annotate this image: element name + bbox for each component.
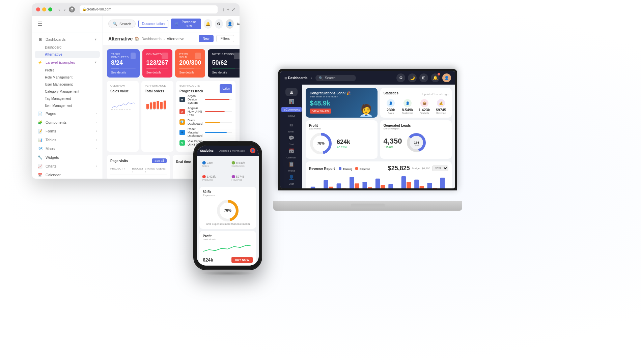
- sidebar-item-tables[interactable]: 📊 Tables ›: [35, 135, 100, 144]
- page-visits-table-header: PROJECT ↑ BUDGET ↑ STATUS ↑ USERS: [110, 166, 167, 175]
- search-box[interactable]: 🔍 Search: [108, 20, 136, 28]
- laptop-avatar[interactable]: 👤: [442, 73, 451, 82]
- phone-expense-title: 82.5k: [203, 190, 253, 194]
- user-settings-button[interactable]: ⚙: [215, 19, 223, 29]
- sidebar-item-alternative[interactable]: Alternative: [35, 51, 100, 58]
- admin-avatar[interactable]: 👤: [226, 19, 234, 29]
- laptop-sidebar-analytics[interactable]: 📊: [285, 97, 298, 105]
- items-icon-btn[interactable]: −: [195, 53, 201, 59]
- filters-button[interactable]: Filters: [216, 35, 234, 42]
- progress-track-labels: 5/25 PROJECTS Progress track: [179, 84, 203, 93]
- laptop-sidebar-user[interactable]: 👤: [285, 173, 298, 181]
- sidebar-item-dashboards[interactable]: ⊞ Dashboards ▼: [35, 35, 100, 44]
- tasks-icon-btn[interactable]: −: [131, 53, 135, 59]
- phone-customers-sublabel: Customers: [231, 164, 253, 168]
- laptop-sidebar-dashboards[interactable]: ⊞: [285, 88, 298, 96]
- svg-rect-13: [164, 100, 166, 109]
- traffic-light-yellow[interactable]: [42, 7, 46, 11]
- sidebar-item-role[interactable]: Role Management: [35, 74, 100, 81]
- phone-container: Statistics Updated 1 month ago 👤 🔵 230k …: [194, 142, 261, 276]
- sidebar-item-calendar[interactable]: 📅 Calendar: [35, 171, 100, 179]
- hamburger-menu[interactable]: ☰: [37, 21, 42, 27]
- sidebar-item-item[interactable]: Item Management: [35, 102, 100, 109]
- sidebar-item-laravel[interactable]: ⚡ Laravel Examples ▼: [35, 58, 100, 67]
- laptop-sidebar-invoice[interactable]: 📋: [285, 160, 298, 168]
- laptop-search[interactable]: 🔍 Search...: [315, 75, 356, 81]
- revenue-header: Revenue Report Earning Expense: [309, 165, 448, 172]
- sidebar-item-widgets[interactable]: 🔧 Widgets: [35, 153, 100, 162]
- angular-name: Angular Now UI Kit PRO: [188, 107, 202, 117]
- notifications-button[interactable]: 🔔: [204, 19, 212, 29]
- laptop-nav-settings[interactable]: ⚙: [396, 73, 405, 82]
- share-icon[interactable]: ↑: [222, 7, 225, 12]
- sidebar-item-pages[interactable]: 📄 Pages ›: [35, 109, 100, 118]
- laptop-container: ⊞ Dashboards › 🔍 Search... ⚙ 🌙 ⊞ 🔔 3: [273, 69, 462, 211]
- laptop-sidebar-chat[interactable]: 💬: [285, 134, 298, 142]
- sidebar-item-dashboard[interactable]: Dashboard: [35, 44, 100, 51]
- laptop-nav-bar: ⊞ Dashboards › 🔍 Search... ⚙ 🌙 ⊞ 🔔 3: [280, 71, 455, 85]
- sidebar-menu: ⊞ Dashboards ▼ Dashboard Alternative ⚡ L…: [32, 32, 103, 179]
- profile-label: Profile: [45, 68, 54, 72]
- year-selector[interactable]: 2022: [432, 165, 448, 171]
- alternative-label: Alternative: [45, 53, 62, 56]
- address-bar[interactable]: 🔒 creative-tim.com: [80, 5, 217, 13]
- sidebar-item-charts[interactable]: 📈 Charts ›: [35, 162, 100, 171]
- nav-back-button[interactable]: ‹: [57, 7, 61, 12]
- revenue-bar-chart: [309, 173, 448, 188]
- phone-buy-now-button[interactable]: BUY NOW: [231, 257, 253, 263]
- sidebar-item-tag[interactable]: Tag Management: [35, 95, 100, 102]
- svg-text:Dec: Dec: [129, 109, 131, 110]
- action-button[interactable]: Action: [220, 84, 232, 93]
- svg-text:184: 184: [414, 141, 419, 144]
- expand-icon[interactable]: ⤢: [231, 7, 235, 12]
- contacts-icon-btn[interactable]: −: [162, 53, 168, 59]
- sidebar-item-forms[interactable]: 📝 Forms ›: [35, 127, 100, 135]
- traffic-light-green[interactable]: [48, 7, 52, 11]
- laptop-sidebar-ecommerce[interactable]: eCommerce: [281, 107, 302, 112]
- tasks-see-details[interactable]: See details: [111, 71, 126, 74]
- add-tab-icon[interactable]: +: [227, 7, 229, 12]
- notifications-icon-btn[interactable]: −: [234, 53, 240, 59]
- profit-donut-chart: 78%: [309, 132, 333, 155]
- pages-icon: 📄: [37, 111, 43, 116]
- laptop-sidebar-calendar[interactable]: 📅: [285, 147, 298, 155]
- svg-rect-11: [157, 101, 159, 109]
- sidebar-item-category[interactable]: Category Management: [35, 88, 100, 95]
- laptop-sidebar-crm[interactable]: CRM: [286, 114, 296, 118]
- traffic-light-red[interactable]: [36, 7, 40, 11]
- nav-forward-button[interactable]: ›: [63, 7, 67, 12]
- laptop-sidebar-apps[interactable]: ✉: [285, 121, 298, 129]
- see-all-button[interactable]: See all: [152, 158, 167, 163]
- laptop-nav-grid[interactable]: ⊞: [419, 73, 428, 82]
- charts-icon: 📈: [37, 163, 43, 169]
- laptop-nav-bell[interactable]: 🔔 3: [431, 73, 440, 82]
- new-button[interactable]: New: [199, 35, 214, 42]
- notifications-see-details[interactable]: See details: [212, 71, 227, 74]
- sidebar-item-profile[interactable]: Profile: [35, 67, 100, 74]
- documentation-button[interactable]: Documentation: [138, 20, 168, 28]
- top-navigation-bar: 🔍 Search Documentation 🛒 Purchase now 🔔 …: [103, 16, 240, 32]
- view-sales-button[interactable]: VIEW SALES: [310, 109, 331, 114]
- col-project: PROJECT ↑: [110, 167, 131, 173]
- sidebar-item-user[interactable]: User Management: [35, 81, 100, 88]
- profit-content: 78% 624k +0.24%: [309, 132, 374, 155]
- sidebar-item-maps[interactable]: 🗺 Maps ›: [35, 144, 100, 153]
- contacts-see-details[interactable]: See details: [146, 71, 162, 74]
- phone-frame: Statistics Updated 1 month ago 👤 🔵 230k …: [194, 142, 261, 270]
- purchase-button[interactable]: 🛒 Purchase now: [171, 19, 201, 29]
- url-text: creative-tim.com: [86, 7, 111, 11]
- admin-label: Admin: [236, 22, 240, 26]
- col-status: STATUS ↑: [145, 167, 155, 173]
- metric-card-contacts: CONTACTS − 123/267 See details: [142, 49, 173, 78]
- svg-rect-10: [154, 102, 156, 109]
- progress-item-angular: A Angular Now UI Kit PRO: [179, 107, 232, 117]
- laptop-nav-moon[interactable]: 🌙: [408, 73, 417, 82]
- items-see-details[interactable]: See details: [179, 71, 194, 74]
- revenue-icon-circle: 💰: [437, 99, 445, 107]
- svg-rect-32: [337, 183, 341, 188]
- react-name: React Material Dashboard: [188, 127, 202, 138]
- profit-details: 624k +0.24%: [337, 139, 350, 149]
- laptop-nav-right: ⚙ 🌙 ⊞ 🔔 3 👤: [396, 73, 451, 82]
- sidebar-item-components[interactable]: 🧩 Components ›: [35, 118, 100, 127]
- widgets-icon: 🔧: [37, 155, 43, 160]
